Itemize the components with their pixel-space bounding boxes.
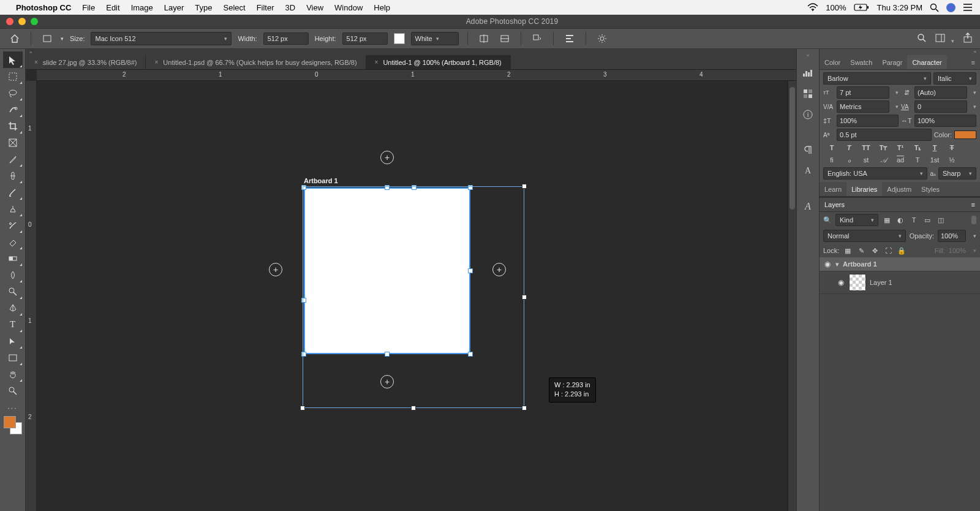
clone-stamp-tool[interactable]	[3, 200, 23, 217]
frame-tool[interactable]	[3, 134, 23, 151]
opacity-field[interactable]: 100%	[938, 230, 966, 242]
healing-brush-tool[interactable]	[3, 167, 23, 184]
menu-filter[interactable]: Filter	[257, 3, 274, 12]
gear-icon[interactable]	[595, 31, 609, 46]
antialias-select[interactable]: Sharp▾	[938, 167, 976, 180]
baseline-field[interactable]: 0.5 pt	[837, 129, 932, 141]
menu-view[interactable]: View	[306, 3, 323, 12]
vertical-ruler[interactable]: 1 0 1 2	[26, 81, 37, 511]
notification-center-icon[interactable]	[963, 3, 973, 12]
width-field[interactable]: 512 px	[263, 32, 309, 45]
tab-learn[interactable]: Learn	[820, 182, 846, 196]
filter-smart-icon[interactable]: ◫	[936, 215, 946, 225]
ordinals-button[interactable]: T	[911, 156, 924, 164]
window-zoom-button[interactable]	[31, 18, 38, 25]
gradient-tool[interactable]	[3, 250, 23, 267]
lock-all-icon[interactable]: 🔒	[897, 246, 907, 255]
smallcaps-button[interactable]: Tᴛ	[877, 144, 889, 152]
layer-filter-search-icon[interactable]: 🔍	[823, 216, 832, 224]
type-tool[interactable]: T	[3, 316, 23, 333]
layer-artboard-1[interactable]: ◉ ▾ Artboard 1	[820, 257, 980, 271]
stylistic-button[interactable]: st	[860, 156, 872, 164]
lock-transparency-icon[interactable]: ▦	[843, 246, 853, 255]
height-field[interactable]: 512 px	[342, 32, 388, 45]
kerning-field[interactable]: Metrics	[837, 100, 889, 113]
lock-pixels-icon[interactable]: ✎	[856, 246, 866, 255]
menu-layer[interactable]: Layer	[164, 3, 184, 12]
font-style-select[interactable]: Italic▾	[933, 72, 976, 85]
chevron-down-icon[interactable]: ▾	[61, 36, 64, 42]
menu-edit[interactable]: Edit	[106, 3, 119, 12]
window-minimize-button[interactable]	[18, 18, 26, 25]
brush-tool[interactable]	[3, 184, 23, 200]
artboard-bg-swatch[interactable]	[394, 33, 405, 44]
visibility-toggle[interactable]: ◉	[837, 278, 845, 287]
menu-file[interactable]: File	[82, 3, 95, 12]
half-button[interactable]: ½	[946, 156, 958, 164]
spotlight-icon[interactable]	[930, 3, 939, 12]
tab-paragraph[interactable]: Paragr	[877, 55, 907, 69]
text-color-swatch[interactable]	[954, 131, 976, 139]
panel-icon-info[interactable]: i	[802, 108, 814, 121]
doc-tab-1[interactable]: ×slide 27.jpg @ 33.3% (RGB/8#)	[26, 55, 146, 69]
search-icon[interactable]	[917, 33, 927, 44]
tab-styles[interactable]: Styles	[916, 182, 944, 196]
lock-position-icon[interactable]: ✥	[870, 246, 880, 255]
marquee-tool[interactable]	[3, 68, 23, 85]
allcaps-button[interactable]: TT	[860, 144, 872, 152]
leading-field[interactable]: (Auto)	[914, 86, 967, 99]
blend-mode-select[interactable]: Normal▾	[823, 230, 906, 242]
hand-tool[interactable]	[3, 366, 23, 382]
transform-button[interactable]	[530, 31, 545, 46]
align-button-2[interactable]	[497, 31, 512, 46]
filter-shape-icon[interactable]: ▭	[922, 215, 932, 225]
expand-panels-icon[interactable]: »	[29, 50, 32, 55]
menu-help[interactable]: Help	[374, 3, 390, 12]
panel-icon-swatches[interactable]	[802, 88, 814, 100]
language-select[interactable]: English: USA▾	[823, 167, 927, 180]
move-tool[interactable]	[3, 51, 23, 68]
vscale-field[interactable]: 100%	[837, 115, 899, 127]
workspace-switcher-icon[interactable]: ▾	[935, 33, 954, 44]
blur-tool[interactable]	[3, 267, 23, 283]
close-icon[interactable]: ×	[154, 59, 158, 66]
alt-button[interactable]: 𝒜	[877, 156, 889, 164]
artboard-label[interactable]: Artboard 1	[304, 177, 338, 184]
siri-icon[interactable]	[946, 3, 956, 12]
artboard-bg-select[interactable]: White▾	[411, 32, 459, 45]
home-button[interactable]	[7, 31, 22, 46]
size-preset-select[interactable]: Mac Icon 512▾	[91, 32, 232, 45]
fractions-button[interactable]: 1st	[929, 156, 941, 164]
layer-filter-select[interactable]: Kind▾	[835, 214, 878, 226]
panel-icon-character[interactable]: A	[802, 165, 814, 177]
strikethrough-button[interactable]: T	[946, 144, 958, 152]
align-button-1[interactable]	[477, 31, 491, 46]
tracking-field[interactable]: 0	[914, 100, 967, 113]
tab-adjustments[interactable]: Adjustm	[882, 182, 916, 196]
pen-tool[interactable]	[3, 300, 23, 316]
menu-3d[interactable]: 3D	[285, 3, 296, 12]
visibility-toggle[interactable]: ◉	[823, 260, 832, 268]
dodge-tool[interactable]	[3, 283, 23, 300]
close-icon[interactable]: ×	[375, 59, 379, 66]
eraser-tool[interactable]	[3, 233, 23, 250]
filter-adjust-icon[interactable]: ◐	[895, 215, 905, 225]
panel-icon-paragraph[interactable]	[802, 144, 814, 156]
menu-type[interactable]: Type	[195, 3, 212, 12]
tab-libraries[interactable]: Libraries	[846, 182, 882, 196]
crop-tool[interactable]	[3, 118, 23, 134]
filter-pixel-icon[interactable]: ▦	[882, 215, 892, 225]
panel-menu-icon[interactable]: ≡	[967, 55, 980, 69]
vertical-scrollbar[interactable]	[788, 81, 796, 511]
doc-tab-2[interactable]: ×Untitled-1.psd @ 66.7% (Quick helps for…	[146, 55, 366, 69]
bold-button[interactable]: T	[826, 144, 838, 152]
tab-color[interactable]: Color	[820, 55, 845, 69]
subscript-button[interactable]: T₁	[911, 144, 924, 152]
edit-toolbar-button[interactable]: ···	[3, 404, 23, 412]
filter-type-icon[interactable]: T	[909, 215, 919, 225]
eyedropper-tool[interactable]	[3, 151, 23, 167]
menu-select[interactable]: Select	[223, 3, 245, 12]
app-name[interactable]: Photoshop CC	[16, 3, 71, 12]
font-family-select[interactable]: Barlow▾	[823, 72, 931, 85]
window-close-button[interactable]	[6, 18, 13, 25]
